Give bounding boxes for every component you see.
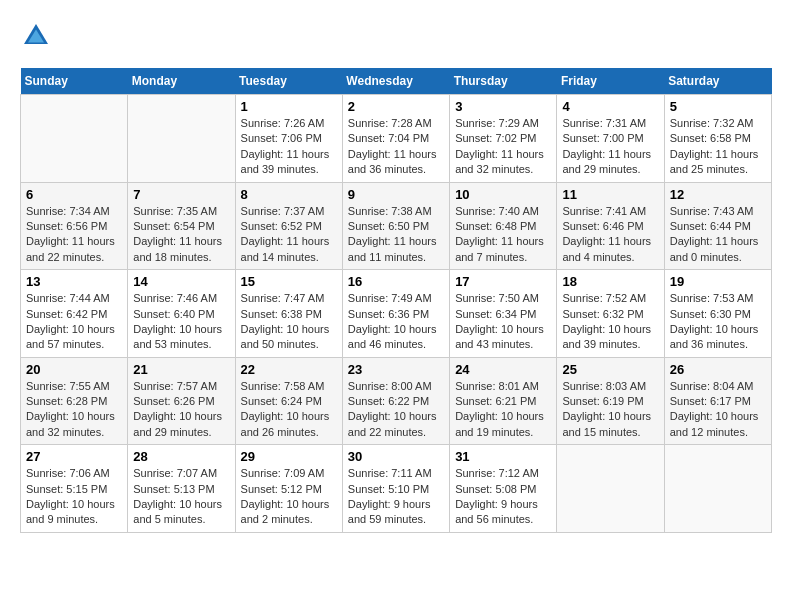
day-number: 3: [455, 99, 551, 114]
weekday-header-tuesday: Tuesday: [235, 68, 342, 95]
sunset: Sunset: 6:36 PM: [348, 307, 444, 322]
sunset: Sunset: 6:19 PM: [562, 394, 658, 409]
day-number: 15: [241, 274, 337, 289]
sunrise: Sunrise: 7:47 AM: [241, 291, 337, 306]
calendar-cell: 12Sunrise: 7:43 AMSunset: 6:44 PMDayligh…: [664, 182, 771, 270]
daylight-hours: Daylight: 11 hours and 32 minutes.: [455, 147, 551, 178]
day-number: 11: [562, 187, 658, 202]
sunset: Sunset: 6:34 PM: [455, 307, 551, 322]
sunset: Sunset: 5:15 PM: [26, 482, 122, 497]
daylight-hours: Daylight: 11 hours and 39 minutes.: [241, 147, 337, 178]
sunrise: Sunrise: 8:01 AM: [455, 379, 551, 394]
day-info: Sunrise: 7:06 AMSunset: 5:15 PMDaylight:…: [26, 466, 122, 528]
daylight-hours: Daylight: 11 hours and 18 minutes.: [133, 234, 229, 265]
daylight-hours: Daylight: 9 hours and 56 minutes.: [455, 497, 551, 528]
sunset: Sunset: 6:44 PM: [670, 219, 766, 234]
sunset: Sunset: 6:40 PM: [133, 307, 229, 322]
sunrise: Sunrise: 7:55 AM: [26, 379, 122, 394]
daylight-hours: Daylight: 10 hours and 57 minutes.: [26, 322, 122, 353]
daylight-hours: Daylight: 11 hours and 29 minutes.: [562, 147, 658, 178]
sunrise: Sunrise: 7:31 AM: [562, 116, 658, 131]
day-number: 31: [455, 449, 551, 464]
daylight-hours: Daylight: 10 hours and 19 minutes.: [455, 409, 551, 440]
calendar-cell: 8Sunrise: 7:37 AMSunset: 6:52 PMDaylight…: [235, 182, 342, 270]
day-number: 9: [348, 187, 444, 202]
day-info: Sunrise: 7:52 AMSunset: 6:32 PMDaylight:…: [562, 291, 658, 353]
sunset: Sunset: 6:54 PM: [133, 219, 229, 234]
calendar-cell: 14Sunrise: 7:46 AMSunset: 6:40 PMDayligh…: [128, 270, 235, 358]
sunset: Sunset: 6:46 PM: [562, 219, 658, 234]
calendar-cell: 21Sunrise: 7:57 AMSunset: 6:26 PMDayligh…: [128, 357, 235, 445]
day-number: 6: [26, 187, 122, 202]
day-info: Sunrise: 7:07 AMSunset: 5:13 PMDaylight:…: [133, 466, 229, 528]
calendar-week-1: 1Sunrise: 7:26 AMSunset: 7:06 PMDaylight…: [21, 95, 772, 183]
day-number: 24: [455, 362, 551, 377]
day-info: Sunrise: 7:44 AMSunset: 6:42 PMDaylight:…: [26, 291, 122, 353]
calendar-week-3: 13Sunrise: 7:44 AMSunset: 6:42 PMDayligh…: [21, 270, 772, 358]
sunrise: Sunrise: 7:49 AM: [348, 291, 444, 306]
daylight-hours: Daylight: 10 hours and 12 minutes.: [670, 409, 766, 440]
sunrise: Sunrise: 7:44 AM: [26, 291, 122, 306]
sunset: Sunset: 5:10 PM: [348, 482, 444, 497]
sunrise: Sunrise: 7:35 AM: [133, 204, 229, 219]
sunset: Sunset: 5:12 PM: [241, 482, 337, 497]
page-header: [20, 20, 772, 52]
calendar-cell: 19Sunrise: 7:53 AMSunset: 6:30 PMDayligh…: [664, 270, 771, 358]
day-number: 30: [348, 449, 444, 464]
day-info: Sunrise: 7:37 AMSunset: 6:52 PMDaylight:…: [241, 204, 337, 266]
calendar-cell: 16Sunrise: 7:49 AMSunset: 6:36 PMDayligh…: [342, 270, 449, 358]
day-number: 2: [348, 99, 444, 114]
day-number: 23: [348, 362, 444, 377]
day-info: Sunrise: 7:53 AMSunset: 6:30 PMDaylight:…: [670, 291, 766, 353]
sunset: Sunset: 6:58 PM: [670, 131, 766, 146]
sunrise: Sunrise: 7:58 AM: [241, 379, 337, 394]
day-number: 21: [133, 362, 229, 377]
calendar-cell: 31Sunrise: 7:12 AMSunset: 5:08 PMDayligh…: [450, 445, 557, 533]
calendar-cell: 29Sunrise: 7:09 AMSunset: 5:12 PMDayligh…: [235, 445, 342, 533]
sunset: Sunset: 6:32 PM: [562, 307, 658, 322]
daylight-hours: Daylight: 10 hours and 2 minutes.: [241, 497, 337, 528]
day-info: Sunrise: 8:03 AMSunset: 6:19 PMDaylight:…: [562, 379, 658, 441]
day-info: Sunrise: 7:11 AMSunset: 5:10 PMDaylight:…: [348, 466, 444, 528]
calendar-cell: 13Sunrise: 7:44 AMSunset: 6:42 PMDayligh…: [21, 270, 128, 358]
day-info: Sunrise: 7:12 AMSunset: 5:08 PMDaylight:…: [455, 466, 551, 528]
day-info: Sunrise: 7:31 AMSunset: 7:00 PMDaylight:…: [562, 116, 658, 178]
calendar-cell: 23Sunrise: 8:00 AMSunset: 6:22 PMDayligh…: [342, 357, 449, 445]
day-info: Sunrise: 7:28 AMSunset: 7:04 PMDaylight:…: [348, 116, 444, 178]
daylight-hours: Daylight: 10 hours and 53 minutes.: [133, 322, 229, 353]
sunrise: Sunrise: 7:07 AM: [133, 466, 229, 481]
sunset: Sunset: 7:06 PM: [241, 131, 337, 146]
calendar-cell: 22Sunrise: 7:58 AMSunset: 6:24 PMDayligh…: [235, 357, 342, 445]
daylight-hours: Daylight: 10 hours and 36 minutes.: [670, 322, 766, 353]
calendar-cell: [128, 95, 235, 183]
daylight-hours: Daylight: 10 hours and 9 minutes.: [26, 497, 122, 528]
day-info: Sunrise: 7:57 AMSunset: 6:26 PMDaylight:…: [133, 379, 229, 441]
weekday-header-monday: Monday: [128, 68, 235, 95]
day-number: 16: [348, 274, 444, 289]
day-number: 17: [455, 274, 551, 289]
day-info: Sunrise: 7:47 AMSunset: 6:38 PMDaylight:…: [241, 291, 337, 353]
day-info: Sunrise: 7:46 AMSunset: 6:40 PMDaylight:…: [133, 291, 229, 353]
sunrise: Sunrise: 8:03 AM: [562, 379, 658, 394]
calendar-cell: 30Sunrise: 7:11 AMSunset: 5:10 PMDayligh…: [342, 445, 449, 533]
day-number: 22: [241, 362, 337, 377]
sunrise: Sunrise: 7:53 AM: [670, 291, 766, 306]
day-info: Sunrise: 7:50 AMSunset: 6:34 PMDaylight:…: [455, 291, 551, 353]
calendar-cell: [21, 95, 128, 183]
daylight-hours: Daylight: 10 hours and 5 minutes.: [133, 497, 229, 528]
sunrise: Sunrise: 7:46 AM: [133, 291, 229, 306]
day-info: Sunrise: 7:32 AMSunset: 6:58 PMDaylight:…: [670, 116, 766, 178]
calendar-cell: [664, 445, 771, 533]
day-info: Sunrise: 7:58 AMSunset: 6:24 PMDaylight:…: [241, 379, 337, 441]
day-number: 28: [133, 449, 229, 464]
weekday-header-thursday: Thursday: [450, 68, 557, 95]
sunset: Sunset: 6:38 PM: [241, 307, 337, 322]
day-info: Sunrise: 7:09 AMSunset: 5:12 PMDaylight:…: [241, 466, 337, 528]
calendar-body: 1Sunrise: 7:26 AMSunset: 7:06 PMDaylight…: [21, 95, 772, 533]
sunset: Sunset: 5:13 PM: [133, 482, 229, 497]
weekday-header-friday: Friday: [557, 68, 664, 95]
day-number: 20: [26, 362, 122, 377]
weekday-header-sunday: Sunday: [21, 68, 128, 95]
sunset: Sunset: 7:04 PM: [348, 131, 444, 146]
weekday-header-saturday: Saturday: [664, 68, 771, 95]
